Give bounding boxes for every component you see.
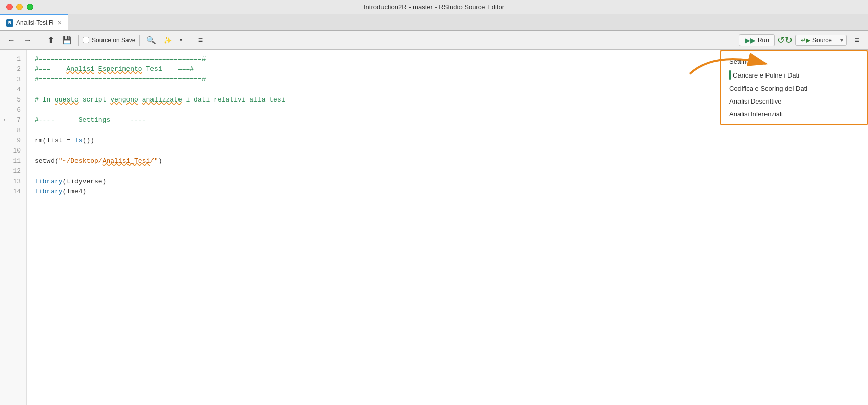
line-num-12: 12 <box>0 166 26 176</box>
minimize-button[interactable] <box>16 4 23 10</box>
code-text-9-paren: (list = <box>43 136 74 146</box>
code-text-1: #=======================================… <box>35 54 206 64</box>
source-dropdown-button[interactable]: ▾ <box>837 36 846 44</box>
dropdown-item-analisi-descrittive[interactable]: Analisi Descrittive <box>721 95 867 108</box>
window-title: Introduction2R - master - RStudio Source… <box>364 3 504 11</box>
line-num-10: 10 <box>0 146 26 156</box>
code-line-12 <box>35 166 868 176</box>
toolbar-divider-1 <box>39 35 39 46</box>
line-num-2: 2 <box>0 64 26 74</box>
toolbar-divider-2 <box>78 35 79 46</box>
code-line-11: setwd("~/Desktop/Analisi_Tesi/") <box>35 156 868 166</box>
code-text-11-paren: ( <box>55 156 59 166</box>
code-text-9-rest: ()) <box>83 136 94 146</box>
fold-indicator[interactable]: ▸ <box>3 115 6 125</box>
line-num-8: 8 <box>0 125 26 136</box>
code-line-8 <box>35 125 868 136</box>
line-numbers: 1 2 3 4 5 6 ▸ 7 8 9 10 11 12 13 14 <box>0 50 27 405</box>
toolbar: ← → ⬆ 💾 Source on Save 🔍 ✨ ▾ ≡ ▶▶ Run ↺↻ <box>0 31 868 50</box>
code-text-13-func: library <box>35 176 63 187</box>
maximize-button[interactable] <box>27 4 33 10</box>
upload-button[interactable]: ⬆ <box>43 34 58 47</box>
dropdown-item-settings-label: Settings <box>729 58 859 65</box>
dropdown-item-caricare-label: Caricare e Pulire i Dati <box>733 71 859 79</box>
options-button[interactable]: ≡ <box>850 34 864 47</box>
code-line-14: library(lme4) <box>35 187 868 197</box>
list-button[interactable]: ≡ <box>193 34 208 47</box>
line-num-3: 3 <box>0 74 26 85</box>
line-num-1: 1 <box>0 54 26 64</box>
close-button[interactable] <box>6 4 13 10</box>
code-text-14-paren: (lme4) <box>63 187 87 197</box>
dropdown-item-codifica-label: Codifica e Scoring dei Dati <box>729 85 859 92</box>
tab-label: Analisi-Tesi.R <box>16 19 54 27</box>
dropdown-active-indicator <box>729 70 731 80</box>
traffic-lights <box>6 4 33 10</box>
chevron-down-icon: ▾ <box>840 37 843 43</box>
code-line-9: rm(list = ls()) <box>35 136 868 146</box>
options-icon: ≡ <box>854 36 859 45</box>
line-num-7: ▸ 7 <box>0 115 26 125</box>
wand-dropdown-button[interactable]: ▾ <box>176 34 185 47</box>
toolbar-divider-4 <box>189 35 189 46</box>
title-bar: Introduction2R - master - RStudio Source… <box>0 0 868 14</box>
forward-button[interactable]: → <box>20 34 35 47</box>
code-text-9-ls: ls <box>74 136 83 146</box>
code-text-3: #=======================================… <box>35 74 206 85</box>
line-num-13: 13 <box>0 176 26 187</box>
dropdown-item-analisi-inferenziali[interactable]: Analisi Inferenziali <box>721 108 867 120</box>
back-icon: ← <box>8 36 15 44</box>
dropdown-item-descrittive-label: Analisi Descrittive <box>729 97 859 105</box>
save-button[interactable]: 💾 <box>60 34 74 47</box>
run-label: Run <box>758 37 769 44</box>
line-num-5: 5 <box>0 95 26 105</box>
wand-button[interactable]: ✨ <box>160 34 174 47</box>
list-icon: ≡ <box>198 36 203 45</box>
rerun-icon: ↺↻ <box>777 35 793 46</box>
code-text-14-func: library <box>35 187 63 197</box>
tab-bar: R Analisi-Tesi.R × <box>0 14 868 31</box>
source-main-button[interactable]: ↵▶ Source <box>796 35 837 45</box>
line-num-14: 14 <box>0 187 26 197</box>
code-text-5: # In questo script vengono analizzate i … <box>35 95 286 105</box>
dropdown-item-codifica[interactable]: Codifica e Scoring dei Dati <box>721 82 867 95</box>
source-button-group: ↵▶ Source ▾ <box>795 35 847 46</box>
code-line-10 <box>35 146 868 156</box>
code-text-11-close: ) <box>158 156 162 166</box>
dropdown-item-caricare[interactable]: Caricare e Pulire i Dati <box>721 68 867 82</box>
source-dropdown-panel: Settings Caricare e Pulire i Dati Codifi… <box>720 50 868 125</box>
toolbar-right: ▶▶ Run ↺↻ ↵▶ Source ▾ ≡ <box>739 34 864 47</box>
code-line-13: library(tidyverse) <box>35 176 868 187</box>
source-label: Source <box>812 37 832 44</box>
code-text-11-func: setwd <box>35 156 55 166</box>
line-num-9: 9 <box>0 136 26 146</box>
save-icon: 💾 <box>62 36 72 45</box>
run-arrow-icon: ▶▶ <box>745 36 756 44</box>
search-icon: 🔍 <box>146 36 156 45</box>
source-on-save-group[interactable]: Source on Save <box>83 37 135 44</box>
editor-area: 1 2 3 4 5 6 ▸ 7 8 9 10 11 12 13 14 #====… <box>0 50 868 405</box>
source-arrow-icon: ↵▶ <box>801 37 810 44</box>
code-text-2: #=== Analisi Esperimento Tesi ===# <box>35 64 194 74</box>
tab-analisi-tesi[interactable]: R Analisi-Tesi.R × <box>0 14 68 30</box>
wand-icon: ✨ <box>163 36 172 44</box>
dropdown-item-inferenziali-label: Analisi Inferenziali <box>729 110 859 118</box>
code-text-9-func: rm <box>35 136 43 146</box>
toolbar-divider-3 <box>139 35 140 46</box>
tab-close-button[interactable]: × <box>58 19 62 27</box>
back-button[interactable]: ← <box>4 34 18 47</box>
line-num-11: 11 <box>0 156 26 166</box>
run-button[interactable]: ▶▶ Run <box>739 34 775 46</box>
upload-icon: ⬆ <box>47 35 54 45</box>
source-on-save-checkbox[interactable] <box>83 37 89 43</box>
dropdown-item-settings[interactable]: Settings <box>721 55 867 68</box>
code-text-13-paren: (tidyverse) <box>63 176 107 187</box>
chevron-down-icon: ▾ <box>180 37 182 43</box>
source-on-save-label: Source on Save <box>92 37 135 44</box>
search-button[interactable]: 🔍 <box>144 34 158 47</box>
rerun-button[interactable]: ↺↻ <box>778 34 792 47</box>
line-num-6: 6 <box>0 105 26 115</box>
code-text-7: #---- Settings ---- <box>35 115 146 125</box>
forward-icon: → <box>24 36 32 44</box>
line-num-4: 4 <box>0 85 26 95</box>
